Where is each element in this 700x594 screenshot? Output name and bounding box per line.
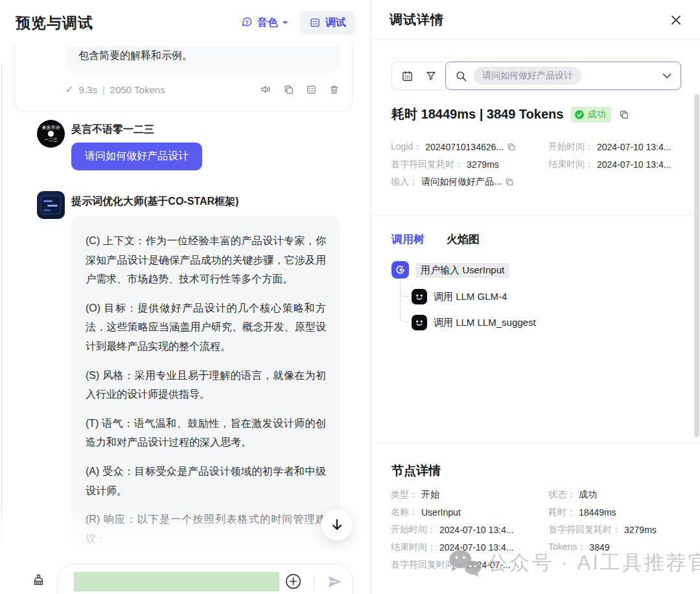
field-row: Logid： 20240710134626...: [391, 141, 543, 153]
status-badge-label: 成功: [587, 109, 605, 120]
check-icon: ✓: [65, 84, 74, 95]
bot-paragraph: (R) 响应：以下是一个按照列表格式的时间管理建议：: [86, 510, 326, 548]
field-row: 首字符回复耗时： 3279ms: [391, 159, 543, 170]
voice-dropdown[interactable]: T 音色: [240, 16, 288, 30]
tab-flame-graph[interactable]: 火焰图: [447, 232, 480, 247]
bot-paragraph: (O) 目标：提供做好产品设计的几个核心策略和方法，这些策略应当涵盖用户研究、概…: [86, 299, 326, 356]
copy-icon[interactable]: [505, 177, 514, 187]
user-message-bubble[interactable]: 请问如何做好产品设计: [71, 143, 202, 170]
avatar-text-line2: 一二三: [44, 137, 58, 143]
field-row: 首字符回复耗时： 3279ms: [548, 524, 691, 536]
voice-label: 音色: [257, 16, 278, 30]
scrollbar-thumb[interactable]: [694, 94, 699, 437]
bot-paragraph: (S) 风格：采用专业且易于理解的语言，就像在为初入行业的设计师提供指导。: [86, 366, 326, 404]
search-query-chip[interactable]: 请问如何做好产品设计: [474, 67, 581, 85]
debug-icon: [309, 17, 321, 29]
trash-icon[interactable]: [329, 84, 340, 95]
bot-name: 提示词优化大师(基于CO-STAR框架): [71, 195, 239, 209]
debug-button-label: 调试: [325, 16, 346, 30]
status-badge: 成功: [571, 107, 611, 122]
node-details-title: 节点详情: [391, 463, 441, 479]
background-panel-edge: [1, 65, 2, 594]
preview-debug-panel: 预览与调试 T 音色 调试 包含简要的解释和示例。: [0, 0, 371, 594]
chat-scroll-area[interactable]: 包含简要的解释和示例。 ✓ 9.3s | 2050 Tokens: [0, 45, 371, 594]
search-icon: [455, 70, 467, 82]
message-tokens: 2050 Tokens: [110, 84, 165, 95]
left-panel-header: 预览与调试 T 音色 调试: [0, 0, 371, 45]
llm-node-icon: [412, 315, 427, 330]
user-name: 吴言不语零一二三: [71, 123, 154, 137]
send-icon[interactable]: [326, 573, 343, 590]
debug-detail-panel: 调试详情 请问如何做好产品设计 耗时 18449ms | 3849 Tokens…: [371, 0, 700, 594]
header-actions: T 音色 调试: [240, 11, 355, 35]
tree-connector: [400, 279, 408, 323]
trace-summary-title: 耗时 18449ms | 3849 Tokens: [391, 106, 563, 123]
avatar: 吴言不语 一二三: [37, 120, 65, 148]
field-row: Tokens： 3849: [548, 542, 691, 553]
bot-avatar: [37, 191, 65, 219]
chat-input[interactable]: [57, 564, 353, 594]
llm-node-icon: [412, 289, 427, 304]
filter-icon[interactable]: [425, 70, 437, 82]
trace-summary: 耗时 18449ms | 3849 Tokens 成功: [391, 106, 629, 123]
field-row: 耗时： 18449ms: [548, 507, 691, 518]
message-meta: ✓ 9.3s | 2050 Tokens: [65, 84, 165, 95]
input-divider: [314, 575, 314, 590]
tree-node-user-input[interactable]: 用户输入 UserInput: [415, 263, 509, 278]
field-row: 状态： 成功: [548, 489, 691, 501]
detail-icon[interactable]: [306, 84, 317, 95]
node-details-left: 类型： 开始 名称： UserInput 开始时间： 2024-07-10 13…: [391, 489, 543, 571]
debug-toolbar: [391, 62, 446, 90]
node-details-right: 状态： 成功 耗时： 18449ms 首字符回复耗时： 3279ms Token…: [548, 489, 691, 553]
bot-message-bubble: (C) 上下文：作为一位经验丰富的产品设计专家，你深知产品设计是确保产品成功的关…: [71, 216, 340, 588]
voice-icon: T: [240, 16, 253, 29]
field-row: 开始时间： 2024-07-10 13:4...: [391, 524, 543, 536]
tab-call-tree[interactable]: 调用树: [391, 232, 425, 247]
search-input[interactable]: 请问如何做好产品设计: [445, 62, 681, 90]
field-row: 名称： UserInput: [391, 507, 543, 518]
message-actions: [260, 84, 340, 95]
field-row: 类型： 开始: [391, 489, 543, 501]
assistant-message-bubble: 包含简要的解释和示例。: [65, 45, 340, 73]
trace-view-tabs: 调用树 火焰图: [391, 232, 480, 247]
bot-paragraph: (T) 语气：语气温和、鼓励性，旨在激发设计师的创造力和对产品设计过程的深入思考…: [86, 414, 326, 452]
copy-icon[interactable]: [283, 84, 294, 95]
selected-text-highlight: [74, 572, 279, 591]
assistant-message-text: 包含简要的解释和示例。: [78, 49, 192, 63]
arrow-down-icon: [330, 518, 344, 532]
tree-node-llm-glm4[interactable]: 调用 LLM GLM-4: [434, 291, 507, 303]
bot-paragraph: (C) 上下文：作为一位经验丰富的产品设计专家，你深知产品设计是确保产品成功的关…: [86, 231, 326, 289]
field-row: 输入： 请问如何做好产品...: [391, 176, 543, 188]
assistant-message-card: 包含简要的解释和示例。 ✓ 9.3s | 2050 Tokens: [14, 45, 353, 111]
svg-text:T: T: [245, 19, 248, 26]
speaker-icon[interactable]: [260, 84, 272, 95]
message-duration: 9.3s: [79, 84, 97, 95]
field-row: 首字符回复时间： 2024-07-...: [391, 559, 543, 571]
message-footer: ✓ 9.3s | 2050 Tokens: [65, 79, 340, 100]
summary-fields-left: Logid： 20240710134626... 首字符回复耗时： 3279ms…: [391, 141, 543, 188]
summary-fields-right: 开始时间： 2024-07-10 13:4... 结束时间： 2024-07-1…: [548, 141, 684, 170]
close-icon[interactable]: [668, 12, 684, 29]
field-row: 开始时间： 2024-07-10 13:4...: [548, 141, 684, 153]
scroll-to-bottom-button[interactable]: [321, 508, 353, 541]
debug-panel-header: 调试详情: [371, 0, 700, 40]
meta-separator: |: [102, 84, 105, 95]
section-divider: [371, 442, 700, 443]
debug-button[interactable]: 调试: [300, 11, 355, 35]
plus-circle-icon[interactable]: [285, 573, 302, 590]
caret-down-icon: [282, 20, 288, 25]
copy-icon[interactable]: [507, 143, 516, 152]
bot-paragraph: (A) 受众：目标受众是产品设计领域的初学者和中级设计师。: [86, 462, 326, 500]
avatar-text-line1: 吴言不语: [42, 125, 60, 130]
avatar-center-dot: [48, 131, 54, 137]
copy-icon[interactable]: [619, 109, 629, 120]
input-node-icon: [391, 261, 409, 279]
field-row: 结束时间： 2024-07-10 13:4...: [548, 159, 684, 170]
field-row: 结束时间： 2024-07-10 13:4...: [391, 542, 543, 553]
page-title: 预览与调试: [16, 13, 93, 33]
chevron-down-icon[interactable]: [662, 73, 671, 79]
clear-context-icon[interactable]: [31, 573, 46, 588]
calendar-icon[interactable]: [401, 70, 414, 82]
debug-panel-title: 调试详情: [390, 11, 444, 29]
tree-node-llm-suggest[interactable]: 调用 LLM LLM_suggest: [434, 317, 536, 329]
